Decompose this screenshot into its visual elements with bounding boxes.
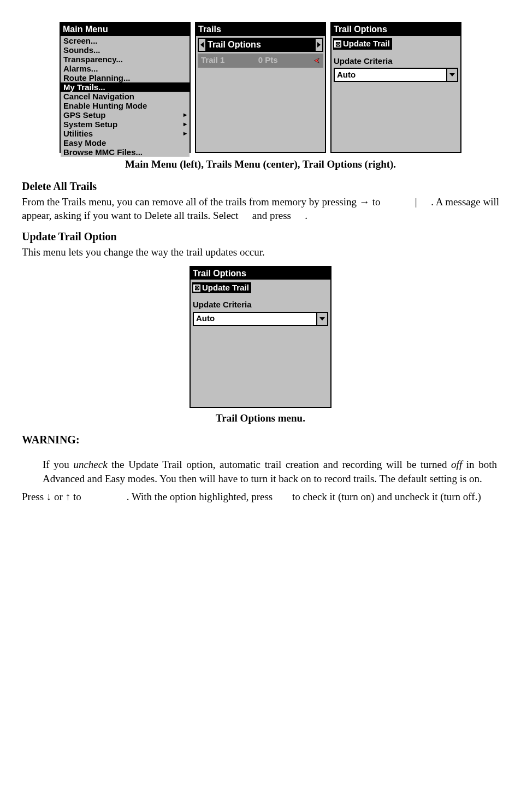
figure-caption-1: Main Menu (left), Trails Menu (center), … — [22, 157, 499, 171]
trail-options-body: ⊠ Update Trail Update Criteria Auto — [331, 36, 460, 152]
menu-item-label: My Trails... — [63, 82, 105, 92]
svg-marker-5 — [319, 317, 325, 321]
main-menu-item[interactable]: System Setup▸ — [61, 120, 190, 129]
menu-item-label: Screen... — [63, 36, 98, 45]
svg-marker-4 — [449, 73, 455, 76]
trails-body: Trail Options Trail 1 0 Pts — [196, 36, 325, 152]
main-menu-body: Screen...Sounds...Transparency...Alarms.… — [61, 36, 190, 157]
update-trail-label-2: Update Trail — [202, 282, 249, 293]
text: . — [305, 210, 307, 221]
text: | — [415, 196, 417, 208]
svg-marker-0 — [200, 42, 204, 48]
main-menu-item[interactable]: Transparency... — [61, 55, 190, 64]
delete-all-trails-paragraph: From the Trails menu, you can remove all… — [22, 195, 499, 223]
submenu-arrow-icon: ▸ — [183, 110, 187, 120]
menu-item-label: Cancel Navigation — [63, 92, 134, 101]
smallcaps-slot — [275, 491, 289, 502]
italic-text: uncheck — [73, 459, 107, 470]
trails-title: Trails — [196, 23, 325, 36]
checkbox-checked-icon: ⊠ — [193, 285, 200, 292]
menu-item-label: Utilities — [63, 129, 93, 138]
smallcaps-slot — [383, 196, 412, 208]
delete-all-trails-heading: Delete All Trails — [22, 179, 499, 194]
menu-item-label: Transparency... — [63, 55, 123, 64]
menu-item-label: Easy Mode — [63, 138, 106, 147]
text: Press ↓ or ↑ to — [22, 491, 84, 502]
warning-paragraph: If you uncheck the Update Trail option, … — [43, 458, 497, 485]
main-menu-item[interactable]: Sounds... — [61, 45, 190, 55]
update-trail-checkbox-2[interactable]: ⊠ Update Trail — [192, 282, 251, 293]
update-criteria-dropdown-2[interactable]: Auto — [193, 312, 328, 326]
trail-options-bar[interactable]: Trail Options — [198, 38, 323, 52]
update-trail-option-heading: Update Trail Option — [22, 229, 499, 244]
scroll-left-icon[interactable] — [199, 39, 206, 51]
main-menu-list: Screen...Sounds...Transparency...Alarms.… — [61, 36, 190, 157]
trails-panel: Trails Trail Options Trail 1 0 Pts — [195, 22, 326, 153]
press-paragraph: Press ↓ or ↑ to . With the option highli… — [22, 490, 499, 504]
main-menu-item[interactable]: Cancel Navigation — [61, 92, 190, 101]
main-menu-item[interactable]: Browse MMC Files... — [61, 147, 190, 157]
svg-marker-1 — [317, 42, 321, 48]
trail-name: Trail 1 — [201, 55, 224, 66]
trail-row[interactable]: Trail 1 0 Pts — [198, 54, 323, 68]
main-menu-item[interactable]: Easy Mode — [61, 138, 190, 147]
trail-options-panel: Trail Options ⊠ Update Trail Update Crit… — [330, 22, 461, 153]
italic-text: off — [451, 459, 462, 470]
trail-options-body-2: ⊠ Update Trail Update Criteria Auto — [191, 280, 330, 406]
update-trail-option-paragraph: This menu lets you change the way the tr… — [22, 245, 499, 259]
main-menu-title: Main Menu — [61, 23, 190, 36]
main-menu-item[interactable]: Route Planning... — [61, 73, 190, 82]
menu-item-label: Browse MMC Files... — [63, 147, 143, 157]
figure-caption-2: Trail Options menu. — [22, 411, 499, 425]
dropdown-arrow-icon[interactable] — [316, 313, 327, 325]
update-criteria-label-2: Update Criteria — [193, 299, 328, 310]
main-menu-item[interactable]: GPS Setup▸ — [61, 110, 190, 120]
main-menu-item[interactable]: Screen... — [61, 36, 190, 45]
trail-marker-icon — [311, 56, 320, 65]
smallcaps-slot — [294, 210, 303, 221]
submenu-arrow-icon: ▸ — [183, 129, 187, 138]
text: and press — [252, 210, 294, 221]
update-criteria-value: Auto — [335, 69, 446, 80]
update-criteria-dropdown[interactable]: Auto — [334, 68, 458, 82]
text: If you — [43, 459, 73, 470]
screenshots-row: Main Menu Screen...Sounds...Transparency… — [22, 22, 499, 153]
text: From the Trails menu, you can remove all… — [22, 196, 383, 208]
text: the Update Trail option, automatic trail… — [108, 459, 451, 470]
menu-item-label: GPS Setup — [63, 110, 106, 120]
dropdown-arrow-icon[interactable] — [446, 69, 457, 81]
submenu-arrow-icon: ▸ — [183, 120, 187, 129]
text: to check it (turn on) and uncheck it (tu… — [292, 491, 481, 502]
smallcaps-slot — [84, 491, 124, 502]
trail-options-panel-2: Trail Options ⊠ Update Trail Update Crit… — [190, 266, 331, 408]
update-criteria-label: Update Criteria — [334, 56, 458, 67]
trail-options-title: Trail Options — [331, 23, 460, 36]
svg-marker-3 — [315, 58, 319, 63]
smallcaps-slot — [419, 196, 428, 208]
main-menu-item[interactable]: Enable Hunting Mode — [61, 101, 190, 110]
checkbox-checked-icon: ⊠ — [334, 40, 341, 48]
smallcaps-slot — [241, 210, 250, 221]
menu-item-label: Enable Hunting Mode — [63, 101, 147, 110]
menu-item-label: System Setup — [63, 120, 117, 129]
warning-heading: WARNING: — [22, 432, 499, 447]
main-menu-item[interactable]: My Trails... — [61, 82, 190, 92]
main-menu-item[interactable]: Utilities▸ — [61, 129, 190, 138]
main-menu-item[interactable]: Alarms... — [61, 64, 190, 73]
trail-options-label: Trail Options — [206, 39, 315, 51]
menu-item-label: Alarms... — [63, 64, 98, 73]
scroll-right-icon[interactable] — [315, 39, 322, 51]
menu-item-label: Route Planning... — [63, 73, 131, 82]
update-criteria-value-2: Auto — [194, 313, 316, 324]
center-screenshot-wrap: Trail Options ⊠ Update Trail Update Crit… — [22, 266, 499, 408]
trail-options-title-2: Trail Options — [191, 267, 330, 280]
update-trail-label: Update Trail — [343, 38, 390, 49]
update-trail-checkbox[interactable]: ⊠ Update Trail — [333, 38, 392, 49]
menu-item-label: Sounds... — [63, 45, 100, 55]
text: . With the option highlighted, press — [127, 491, 275, 502]
trail-pts: 0 Pts — [258, 55, 278, 66]
main-menu-panel: Main Menu Screen...Sounds...Transparency… — [60, 22, 191, 153]
